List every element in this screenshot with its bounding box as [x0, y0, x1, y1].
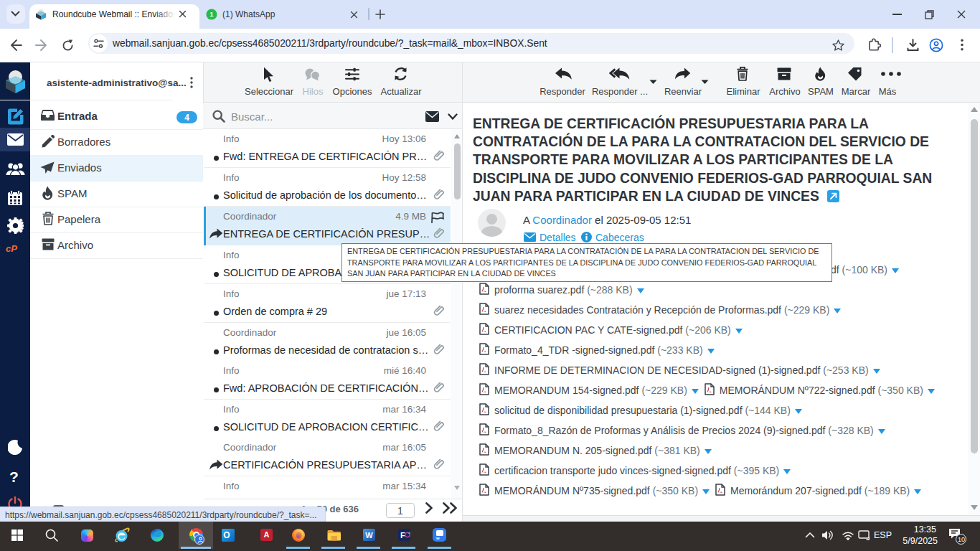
svg-text:1: 1: [209, 10, 214, 18]
